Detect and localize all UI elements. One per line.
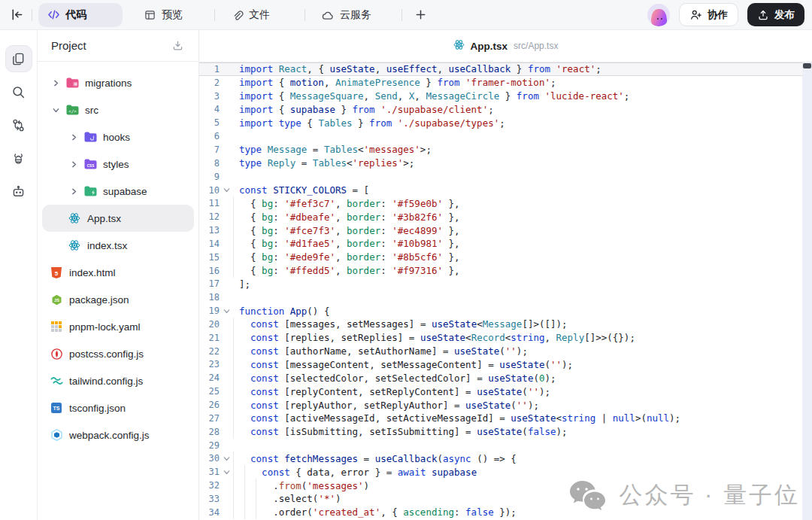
- tree-item-App.tsx[interactable]: App.tsx: [42, 205, 194, 232]
- code-line-23[interactable]: 23 const [messageContent, setMessageCont…: [199, 358, 812, 372]
- code-line-34[interactable]: 34 .order('created_at', { ascending: fal…: [199, 506, 812, 519]
- code-line-32[interactable]: 32 .from('messages'): [199, 479, 812, 492]
- fold-chevron-icon[interactable]: [220, 187, 233, 193]
- line-number: 19: [199, 306, 220, 316]
- code-line-13[interactable]: 13 { bg: '#fce7f3', border: '#ec4899' },: [199, 224, 812, 237]
- code-line-14[interactable]: 14 { bg: '#d1fae5', border: '#10b981' },: [199, 237, 812, 251]
- code-line-6[interactable]: 6: [199, 129, 812, 143]
- code-line-11[interactable]: 11 { bg: '#fef3c7', border: '#f59e0b' },: [199, 196, 812, 210]
- react-icon: [68, 239, 81, 251]
- code-line-25[interactable]: 25 const [replyContent, setReplyContent]…: [199, 385, 812, 398]
- rail-flow-button[interactable]: [5, 111, 32, 138]
- tree-item-postcss.config.js[interactable]: postcss.config.js: [42, 340, 194, 367]
- code-line-28[interactable]: 28 const [isSubmitting, setIsSubmitting]…: [199, 425, 812, 439]
- avatar-eye: [661, 18, 662, 20]
- separator: [32, 9, 32, 21]
- vertical-scrollbar[interactable]: [802, 62, 812, 520]
- tree-item-label: migrations: [85, 78, 132, 89]
- separator: [401, 9, 402, 21]
- code-text: { bg: '#ffedd5', border: '#f97316' },: [233, 265, 460, 276]
- code-line-27[interactable]: 27 const [activeMessageId, setActiveMess…: [199, 412, 812, 425]
- code-line-20[interactable]: 20 const [messages, setMessages] = useSt…: [199, 318, 812, 331]
- rail-assistant-button[interactable]: [5, 178, 32, 205]
- rail-debug-button[interactable]: [5, 144, 32, 172]
- download-icon: [171, 39, 184, 52]
- fold-chevron-icon[interactable]: [220, 469, 233, 476]
- tree-item-index.tsx[interactable]: index.tsx: [42, 232, 194, 259]
- code-line-18[interactable]: 18: [199, 290, 812, 304]
- rail-search-button[interactable]: [5, 78, 32, 105]
- code-line-19[interactable]: 19function App() {: [199, 304, 812, 318]
- code-line-17[interactable]: 17];: [199, 278, 812, 291]
- chevron-down-icon[interactable]: [50, 107, 62, 114]
- top-bar: 代码 预览 文件 云服务: [0, 0, 812, 30]
- code-line-22[interactable]: 22 const [authorName, setAuthorName] = u…: [199, 345, 812, 358]
- tab-label: 文件: [249, 8, 270, 22]
- code-text: { bg: '#dbeafe', border: '#3b82f6' },: [233, 211, 460, 223]
- line-number: 17: [199, 278, 220, 289]
- fold-chevron-icon[interactable]: [220, 308, 233, 315]
- tree-item-src[interactable]: </>src: [42, 96, 194, 123]
- code-line-29[interactable]: 29: [199, 439, 812, 452]
- line-number: 7: [199, 144, 220, 155]
- avatar[interactable]: [647, 4, 670, 26]
- code-line-5[interactable]: 5import type { Tables } from './supabase…: [199, 116, 812, 129]
- tree-item-label: supabase: [103, 186, 147, 197]
- download-project-button[interactable]: [167, 35, 188, 56]
- code-line-8[interactable]: 8type Reply = Tables<'replies'>;: [199, 157, 812, 170]
- code-line-24[interactable]: 24 const [selectedColor, setSelectedColo…: [199, 371, 812, 385]
- code-line-12[interactable]: 12 { bg: '#dbeafe', border: '#3b82f6' },: [199, 210, 812, 224]
- fold-chevron-icon[interactable]: [220, 455, 233, 462]
- file-tree: migrations</>srchooksCSSstylessupabaseAp…: [38, 62, 198, 520]
- code-line-10[interactable]: 10const STICKY_COLORS = [: [199, 184, 812, 197]
- code-line-1[interactable]: 1import React, { useState, useEffect, us…: [199, 62, 812, 76]
- tree-item-package.json[interactable]: JSpackage.json: [42, 286, 194, 313]
- code-line-4[interactable]: 4import { supabase } from './supabase/cl…: [199, 103, 812, 117]
- code-text: function App() {: [233, 306, 329, 317]
- tab-code[interactable]: 代码: [38, 3, 123, 27]
- chevron-right-icon[interactable]: [68, 188, 80, 195]
- code-line-7[interactable]: 7type Message = Tables<'messages'>;: [199, 143, 812, 157]
- code-line-30[interactable]: 30 const fetchMessages = useCallback(asy…: [199, 452, 812, 465]
- tree-item-supabase[interactable]: supabase: [42, 178, 194, 205]
- tree-item-migrations[interactable]: migrations: [42, 69, 194, 96]
- code-line-9[interactable]: 9: [199, 170, 812, 184]
- tab-preview[interactable]: 预览: [135, 3, 192, 27]
- code-text: type Message = Tables<'messages'>;: [233, 144, 432, 155]
- line-number: 11: [199, 198, 220, 208]
- tree-item-index.html[interactable]: 5index.html: [42, 259, 194, 286]
- code-line-16[interactable]: 16 { bg: '#ffedd5', border: '#f97316' },: [199, 264, 812, 278]
- editor-file-path: src/App.tsx: [514, 41, 558, 51]
- code-line-33[interactable]: 33 .select('*'): [199, 492, 812, 506]
- code-line-15[interactable]: 15 { bg: '#ede9fe', border: '#8b5cf6' },: [199, 251, 812, 264]
- debug-icon: [11, 151, 26, 166]
- publish-button[interactable]: 发布: [747, 3, 804, 26]
- collapse-sidebar-button[interactable]: [6, 5, 27, 26]
- code-area[interactable]: 1import React, { useState, useEffect, us…: [199, 62, 812, 520]
- chevron-right-icon[interactable]: [50, 80, 62, 87]
- code-line-2[interactable]: 2import { motion, AnimatePresence } from…: [199, 76, 812, 90]
- code-text: const [authorName, setAuthorName] = useS…: [233, 345, 528, 357]
- chevron-right-icon[interactable]: [68, 161, 80, 168]
- code-text: { bg: '#ede9fe', border: '#8b5cf6' },: [233, 251, 460, 263]
- plus-icon: [415, 9, 426, 20]
- tree-item-styles[interactable]: CSSstyles: [42, 151, 194, 178]
- code-line-3[interactable]: 3import { MessageSquare, Send, X, Messag…: [199, 90, 812, 103]
- tree-item-tailwind.config.js[interactable]: tailwind.config.js: [42, 367, 194, 394]
- scrollbar-thumb[interactable]: [803, 63, 811, 68]
- line-number: 6: [199, 131, 220, 141]
- tab-cloud-services[interactable]: 云服务: [313, 3, 380, 27]
- line-number: 12: [199, 211, 220, 222]
- rail-files-button[interactable]: [5, 45, 32, 72]
- tree-item-tsconfig.json[interactable]: TStsconfig.json: [42, 394, 194, 421]
- code-line-31[interactable]: 31 const { data, error } = await supabas…: [199, 465, 812, 479]
- tree-item-pnpm-lock.yaml[interactable]: pnpm-lock.yaml: [42, 313, 194, 340]
- code-line-26[interactable]: 26 const [replyAuthor, setReplyAuthor] =…: [199, 398, 812, 412]
- tab-files[interactable]: 文件: [223, 3, 279, 27]
- collaborate-button[interactable]: 协作: [679, 3, 738, 26]
- code-line-21[interactable]: 21 const [replies, setReplies] = useStat…: [199, 331, 812, 345]
- chevron-right-icon[interactable]: [68, 134, 80, 141]
- tree-item-webpack.config.js[interactable]: webpack.config.js: [42, 421, 194, 449]
- tree-item-hooks[interactable]: hooks: [42, 123, 194, 151]
- new-tab-button[interactable]: [410, 5, 431, 26]
